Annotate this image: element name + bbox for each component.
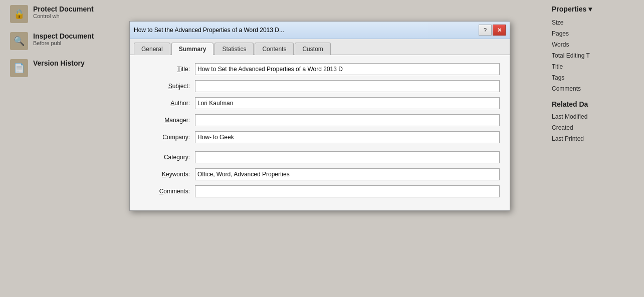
subject-input[interactable] bbox=[195, 80, 500, 92]
close-button[interactable]: ✕ bbox=[493, 25, 506, 36]
manager-input[interactable] bbox=[195, 114, 500, 126]
subject-label-underline: S bbox=[168, 83, 172, 90]
dialog-control-buttons: ? ✕ bbox=[479, 25, 506, 36]
author-label-underline: A bbox=[170, 100, 174, 107]
tab-custom[interactable]: Custom bbox=[295, 43, 330, 55]
author-input[interactable] bbox=[195, 97, 500, 109]
comments-row: Comments: bbox=[140, 185, 500, 197]
manager-label: Manager: bbox=[140, 117, 195, 124]
dialog-title: How to Set the Advanced Properties of a … bbox=[134, 27, 284, 34]
title-input[interactable] bbox=[195, 63, 500, 75]
keywords-input[interactable] bbox=[195, 168, 500, 180]
company-label-underline: C bbox=[162, 134, 167, 141]
title-label: Title: bbox=[140, 66, 195, 73]
help-button[interactable]: ? bbox=[479, 25, 492, 36]
tab-statistics[interactable]: Statistics bbox=[214, 43, 254, 55]
subject-label: Subject: bbox=[140, 83, 195, 90]
keywords-label: Keywords: bbox=[140, 171, 195, 178]
tab-general[interactable]: General bbox=[134, 43, 170, 55]
category-label: Category: bbox=[140, 154, 195, 161]
keywords-row: Keywords: bbox=[140, 168, 500, 180]
tab-contents[interactable]: Contents bbox=[255, 43, 294, 55]
manager-row: Manager: bbox=[140, 114, 500, 126]
category-row: Category: bbox=[140, 151, 500, 163]
comments-label-underline: C bbox=[159, 188, 164, 195]
subject-row: Subject: bbox=[140, 80, 500, 92]
author-row: Author: bbox=[140, 97, 500, 109]
keywords-label-underline: K bbox=[162, 171, 166, 178]
author-label: Author: bbox=[140, 100, 195, 107]
category-input[interactable] bbox=[195, 151, 500, 163]
company-label: Company: bbox=[140, 134, 195, 141]
tabs-bar: General Summary Statistics Contents Cust… bbox=[130, 39, 510, 55]
tab-summary[interactable]: Summary bbox=[171, 43, 214, 55]
company-input[interactable] bbox=[195, 131, 500, 143]
title-row: Title: bbox=[140, 63, 500, 75]
category-label-underline: g bbox=[176, 154, 180, 161]
manager-label-underline: M bbox=[164, 117, 169, 124]
comments-label: Comments: bbox=[140, 188, 195, 195]
comments-input[interactable] bbox=[195, 185, 500, 197]
dialog-body: Title: Subject: Author: Manager: Company… bbox=[130, 55, 510, 210]
dialog-titlebar: How to Set the Advanced Properties of a … bbox=[130, 22, 510, 39]
company-row: Company: bbox=[140, 131, 500, 143]
properties-dialog: How to Set the Advanced Properties of a … bbox=[129, 21, 510, 211]
title-label-underline: T bbox=[177, 66, 180, 73]
